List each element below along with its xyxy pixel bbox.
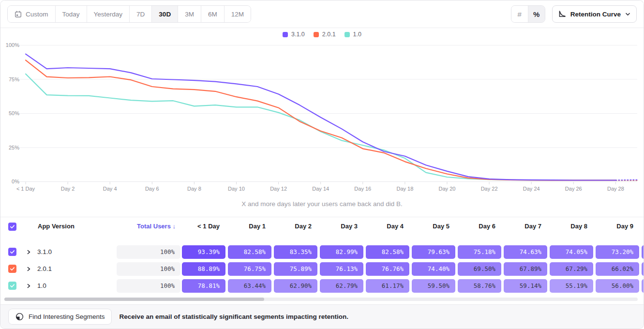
retention-cell[interactable]: 76.13% xyxy=(320,262,363,276)
expand-chevron-icon[interactable] xyxy=(26,249,31,255)
x-tick-label: Day 14 xyxy=(312,186,329,192)
expand-chevron-icon[interactable] xyxy=(26,283,31,289)
retention-cell[interactable]: 82.58% xyxy=(228,245,271,259)
total-users-cell[interactable]: 100% xyxy=(117,262,180,276)
retention-cell[interactable]: 76.76% xyxy=(366,262,409,276)
footer-bar: Find Interesting Segments Receive an ema… xyxy=(0,304,644,329)
retention-cell[interactable]: 61.17% xyxy=(366,279,409,293)
retention-cell[interactable]: 55.19% xyxy=(550,279,593,293)
col-header-1-day: < 1 Day xyxy=(182,217,220,236)
x-tick-label: Day 16 xyxy=(354,186,371,192)
retention-cell[interactable]: 74.63% xyxy=(504,245,547,259)
app-version-label-1-0[interactable]: 1.0 xyxy=(37,279,46,293)
x-tick-label: Day 20 xyxy=(439,186,456,192)
x-tick-label: Day 10 xyxy=(228,186,245,192)
retention-cell[interactable]: 59.14% xyxy=(504,279,547,293)
x-tick-label: Day 22 xyxy=(481,186,498,192)
x-tick-label: Day 24 xyxy=(523,186,540,192)
total-users-cell[interactable]: 100% xyxy=(117,279,180,293)
retention-cell[interactable]: 82.58% xyxy=(366,245,409,259)
retention-cell[interactable]: 78.81% xyxy=(182,279,225,293)
y-tick-label: 50% xyxy=(9,110,19,116)
col-header-day-8: Day 8 xyxy=(550,217,587,236)
retention-cell[interactable]: 74.40% xyxy=(412,262,455,276)
row-checkbox-1-0[interactable] xyxy=(8,282,16,290)
y-tick-label: 0% xyxy=(12,179,19,184)
x-tick-label: Day 26 xyxy=(565,186,582,192)
retention-cell[interactable]: 82.99% xyxy=(320,245,363,259)
col-header-day-9: Day 9 xyxy=(596,217,633,236)
y-tick-label: 75% xyxy=(9,76,19,82)
select-all-checkbox[interactable] xyxy=(8,223,16,231)
col-header-day-4: Day 4 xyxy=(366,217,404,236)
col-header-total-users[interactable]: Total Users ↓ xyxy=(117,217,176,236)
row-checkbox-3-1-0[interactable] xyxy=(8,248,16,256)
retention-report-panel: CustomTodayYesterday7D30D3M6M12M #% Rete… xyxy=(0,0,644,329)
retention-cell[interactable]: 58.76% xyxy=(458,279,501,293)
col-header-day-1: Day 1 xyxy=(228,217,266,236)
app-version-label-2-0-1[interactable]: 2.0.1 xyxy=(37,262,52,276)
retention-cell[interactable]: 69.50% xyxy=(458,262,501,276)
col-header-day-2: Day 2 xyxy=(274,217,312,236)
retention-cell[interactable]: 63.44% xyxy=(228,279,271,293)
footer-message: Receive an email of statistically signif… xyxy=(120,313,348,320)
x-tick-label: Day 2 xyxy=(61,186,75,192)
find-interesting-segments-button[interactable]: Find Interesting Segments xyxy=(8,309,112,325)
total-users-cell[interactable]: 100% xyxy=(117,245,180,259)
x-tick-label: Day 8 xyxy=(187,186,201,192)
retention-cell[interactable]: 88.89% xyxy=(182,262,225,276)
retention-cell[interactable]: 93.39% xyxy=(182,245,225,259)
col-header-day-3: Day 3 xyxy=(320,217,358,236)
col-header-day-5: Day 5 xyxy=(412,217,449,236)
retention-cell[interactable]: 75.89% xyxy=(274,262,317,276)
segments-signal-icon xyxy=(15,312,24,321)
x-tick-label: Day 28 xyxy=(607,186,624,192)
retention-cell-partial[interactable] xyxy=(642,262,644,276)
app-version-label-3-1-0[interactable]: 3.1.0 xyxy=(37,245,52,259)
col-header-day-6: Day 6 xyxy=(458,217,495,236)
expand-chevron-icon[interactable] xyxy=(26,266,31,272)
retention-cell[interactable]: 83.35% xyxy=(274,245,317,259)
retention-cell[interactable]: 75.18% xyxy=(458,245,501,259)
horizontal-scrollbar-thumb[interactable] xyxy=(4,298,264,301)
retention-cell-partial[interactable] xyxy=(642,279,644,293)
y-tick-label: 25% xyxy=(9,145,19,150)
x-tick-label: Day 6 xyxy=(145,186,159,192)
retention-cell[interactable]: 76.75% xyxy=(228,262,271,276)
series-line-2-0-1 xyxy=(26,60,615,180)
col-header-day-7: Day 7 xyxy=(504,217,541,236)
series-line-dashed-tail-3-1-0 xyxy=(615,180,637,180)
find-interesting-segments-label: Find Interesting Segments xyxy=(29,313,105,320)
row-checkbox-2-0-1[interactable] xyxy=(8,265,16,273)
x-tick-label: Day 4 xyxy=(103,186,117,192)
chart-caption: X and more days later your users came ba… xyxy=(0,200,644,208)
retention-cell[interactable]: 67.89% xyxy=(504,262,547,276)
retention-cell[interactable]: 79.63% xyxy=(412,245,455,259)
retention-cell[interactable]: 59.50% xyxy=(412,279,455,293)
retention-cell[interactable]: 67.29% xyxy=(550,262,593,276)
x-tick-label: < 1 Day xyxy=(16,186,35,192)
retention-cell[interactable]: 73.20% xyxy=(596,245,639,259)
y-tick-label: 100% xyxy=(6,42,19,48)
retention-cell-partial[interactable] xyxy=(642,245,644,259)
retention-cell[interactable]: 62.79% xyxy=(320,279,363,293)
series-line-3-1-0 xyxy=(26,54,615,180)
retention-cell[interactable]: 56.00% xyxy=(596,279,639,293)
horizontal-scrollbar-track[interactable] xyxy=(4,298,638,301)
retention-cell[interactable]: 62.90% xyxy=(274,279,317,293)
retention-line-chart: 0%25%50%75%100%< 1 DayDay 2Day 4Day 6Day… xyxy=(0,0,644,213)
x-tick-label: Day 18 xyxy=(396,186,413,192)
retention-cell[interactable]: 66.02% xyxy=(596,262,639,276)
x-tick-label: Day 12 xyxy=(270,186,287,192)
retention-cell[interactable]: 74.05% xyxy=(550,245,593,259)
series-line-1-0 xyxy=(26,74,615,180)
